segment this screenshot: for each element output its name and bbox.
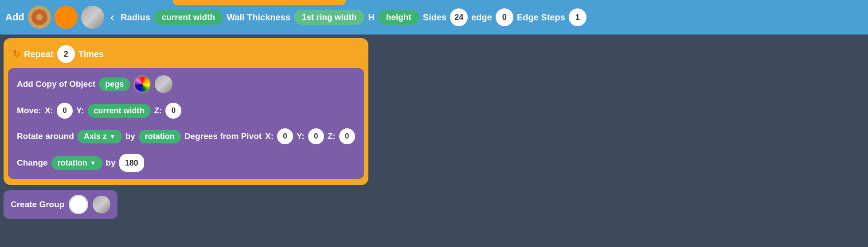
rotation-chevron: ▼ (90, 159, 96, 166)
move-y-label: Y: (76, 106, 84, 116)
move-label: Move: (17, 106, 41, 116)
degrees-label: Degrees from Pivot (184, 131, 262, 141)
main-content: ↻ Repeat 2 Times Add Copy of Object pegs… (0, 35, 868, 222)
move-x-value[interactable]: 0 (57, 103, 73, 119)
edge-label: edge (471, 12, 492, 23)
create-group-block: Create Group (4, 190, 117, 219)
move-y-value[interactable]: current width (88, 104, 151, 118)
create-group-wrapper: Create Group (4, 188, 864, 219)
rotate-label: Rotate around (17, 131, 74, 141)
create-group-label: Create Group (11, 200, 64, 209)
ring-width-pill[interactable]: 1st ring width (294, 10, 365, 25)
radius-label: Radius (121, 12, 150, 23)
donut-icon-btn[interactable] (28, 6, 51, 29)
rotate-row: Rotate around Axis z ▼ by rotation Degre… (12, 125, 360, 148)
rotate-by-label: by (125, 131, 135, 141)
rotation-pill[interactable]: rotation (139, 130, 181, 143)
rainbow-icon[interactable] (133, 75, 151, 93)
rotate-x-value[interactable]: 0 (277, 128, 293, 144)
gray-circle-copy[interactable] (155, 75, 172, 93)
axis-pill[interactable]: Axis z ▼ (78, 130, 122, 143)
rotate-x-label: X: (265, 131, 274, 141)
change-row: Change rotation ▼ by 180 (12, 151, 360, 175)
repeat-value[interactable]: 2 (57, 45, 75, 63)
rotate-z-value[interactable]: 0 (339, 128, 355, 144)
move-x-label: X: (45, 106, 53, 116)
change-by-label: by (106, 158, 116, 168)
repeat-outer-container: ↻ Repeat 2 Times Add Copy of Object pegs… (4, 38, 368, 185)
rotate-z-label: Z: (328, 131, 336, 141)
add-copy-label: Add Copy of Object (17, 79, 95, 89)
orange-top-bar (173, 0, 346, 5)
gray-circle-btn[interactable] (81, 6, 104, 29)
sides-label: Sides (423, 12, 446, 23)
axis-chevron: ▼ (109, 133, 116, 140)
h-label: H (368, 12, 374, 23)
create-group-gray-circle[interactable] (93, 196, 110, 213)
repeat-times-label: Times (78, 49, 104, 59)
edge-steps-value[interactable]: 1 (569, 8, 586, 26)
edge-value[interactable]: 0 (496, 8, 513, 26)
move-row: Move: X: 0 Y: current width Z: 0 (12, 99, 360, 122)
move-z-label: Z: (154, 106, 162, 116)
repeat-label: Repeat (24, 49, 54, 59)
toolbar: Add ‹ Radius current width Wall Thicknes… (0, 0, 868, 35)
rotate-y-label: Y: (297, 131, 305, 141)
change-label: Change (17, 158, 48, 168)
add-copy-row: Add Copy of Object pegs (12, 72, 360, 96)
add-label: Add (5, 12, 24, 23)
rotation-var-pill[interactable]: rotation ▼ (51, 156, 102, 170)
repeat-block: ↻ Repeat 2 Times (8, 42, 364, 66)
edge-steps-label: Edge Steps (517, 12, 565, 23)
current-width-pill[interactable]: current width (154, 10, 223, 25)
pegs-pill[interactable]: pegs (99, 77, 130, 91)
sides-value[interactable]: 24 (450, 8, 468, 26)
rotate-y-value[interactable]: 0 (308, 128, 324, 144)
chevron-back-btn[interactable]: ‹ (108, 10, 117, 24)
change-value[interactable]: 180 (119, 154, 144, 172)
height-pill[interactable]: height (378, 10, 419, 25)
wall-thickness-label: Wall Thickness (227, 12, 290, 23)
orange-circle-btn[interactable] (55, 6, 78, 29)
create-group-white-circle[interactable] (69, 195, 88, 214)
repeat-icon: ↻ (12, 48, 20, 60)
purple-container: Add Copy of Object pegs Move: X: 0 Y: cu… (8, 68, 364, 179)
move-z-value[interactable]: 0 (165, 103, 181, 119)
